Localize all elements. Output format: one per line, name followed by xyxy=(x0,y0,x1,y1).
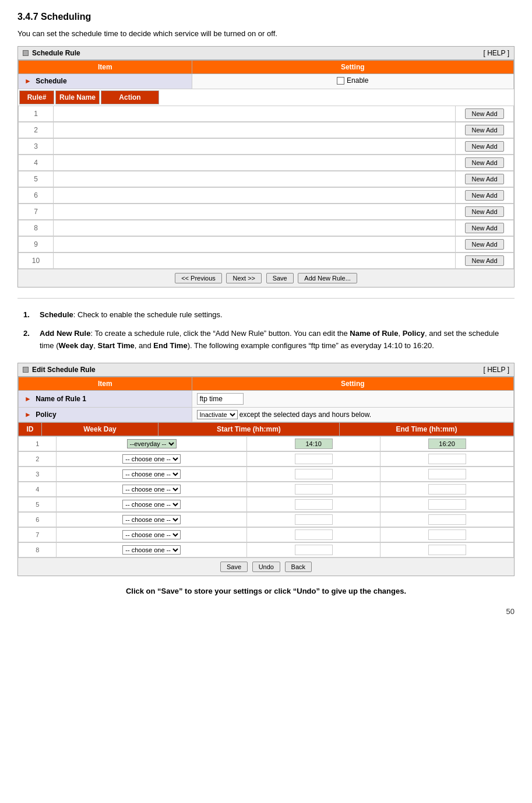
policy-select[interactable]: Inactivate Activate xyxy=(197,410,238,419)
end-time-input[interactable] xyxy=(428,514,466,525)
detail-start-time-cell xyxy=(247,436,380,451)
detail-id-cell: 3 xyxy=(19,467,57,481)
detail-start-time-cell xyxy=(247,451,380,466)
edit-schedule-rule-table: Edit Schedule Rule [ HELP ] Item Setting… xyxy=(17,363,515,576)
schedule-detail-row: 1--everyday -- xyxy=(18,436,514,451)
section-heading: 3.4.7 Scheduling xyxy=(17,12,515,22)
end-time-input[interactable] xyxy=(428,530,466,540)
detail-end-time-cell xyxy=(380,482,514,496)
choose-one-select[interactable]: -- choose one -- xyxy=(122,454,181,464)
table-row: 1New Add xyxy=(19,106,514,121)
end-time-input[interactable] xyxy=(428,439,466,449)
edit-col-item: Item xyxy=(19,377,192,390)
rule-table-row: 10New Add xyxy=(18,253,514,269)
edit-undo-button[interactable]: Undo xyxy=(252,562,280,572)
new-add-button[interactable]: New Add xyxy=(465,255,503,266)
end-time-input[interactable] xyxy=(428,469,466,479)
edit-rule-help-link[interactable]: [ HELP ] xyxy=(484,366,509,374)
new-add-button[interactable]: New Add xyxy=(465,239,503,250)
start-time-input[interactable] xyxy=(295,514,333,525)
end-time-input[interactable] xyxy=(428,545,466,555)
edit-footer: Save Undo Back xyxy=(18,557,514,576)
detail-id-cell: 5 xyxy=(19,497,57,511)
choose-one-select[interactable]: -- choose one -- xyxy=(122,515,181,524)
rule-number-cell: 2 xyxy=(19,122,54,138)
detail-id-cell: 2 xyxy=(19,451,57,466)
edit-rule-title: Edit Schedule Rule xyxy=(23,366,96,374)
table-row: 10New Add xyxy=(19,253,514,268)
rule-number-cell: 5 xyxy=(19,171,54,187)
new-add-button[interactable]: New Add xyxy=(465,157,503,168)
table-row: 9New Add xyxy=(19,236,514,252)
new-add-button[interactable]: New Add xyxy=(465,190,503,201)
detail-end-time-cell xyxy=(380,512,514,527)
rule-action-cell: New Add xyxy=(456,220,514,236)
next-button[interactable]: Next >> xyxy=(226,273,262,283)
instr2-policy: Policy xyxy=(403,329,425,338)
new-add-button[interactable]: New Add xyxy=(465,206,503,217)
edit-back-button[interactable]: Back xyxy=(285,562,312,572)
detail-start-time-cell xyxy=(247,512,380,527)
schedule-detail-table: ID Week Day Start Time (hh:mm) End Time … xyxy=(18,422,514,436)
enable-checkbox[interactable] xyxy=(337,77,344,85)
detail-rows: 1--everyday --2-- choose one --3-- choos… xyxy=(18,436,514,557)
detail-id-cell: 4 xyxy=(19,482,57,496)
table-row: 6New Add xyxy=(19,187,514,203)
schedule-rule-item-table: Item Setting ► Schedule Enable xyxy=(18,60,514,89)
detail-id-cell: 7 xyxy=(19,527,57,542)
previous-button[interactable]: << Previous xyxy=(175,273,222,283)
detail-end-time-cell xyxy=(380,451,514,466)
save-button[interactable]: Save xyxy=(266,273,294,283)
schedule-detail-row: 3-- choose one -- xyxy=(18,467,514,482)
new-add-button[interactable]: New Add xyxy=(465,141,503,152)
rule-name-cell xyxy=(54,106,456,121)
rule-number-cell: 10 xyxy=(19,253,54,268)
schedule-detail-row: 5-- choose one -- xyxy=(18,497,514,512)
new-add-button[interactable]: New Add xyxy=(465,125,503,135)
add-new-rule-button[interactable]: Add New Rule... xyxy=(298,273,357,283)
choose-one-select[interactable]: -- choose one -- xyxy=(122,530,181,539)
schedule-detail-row: 7-- choose one -- xyxy=(18,527,514,542)
schedule-detail-row: 6-- choose one -- xyxy=(18,512,514,527)
detail-day-cell: --everyday -- xyxy=(57,436,247,451)
detail-id-cell: 8 xyxy=(19,542,57,557)
choose-one-select[interactable]: -- choose one -- xyxy=(122,500,181,509)
start-time-input[interactable] xyxy=(295,484,333,495)
start-time-input[interactable] xyxy=(295,499,333,510)
instruction-2-term: Add New Rule xyxy=(40,329,90,338)
start-time-input[interactable] xyxy=(295,469,333,479)
enable-checkbox-wrap[interactable]: Enable xyxy=(337,76,368,85)
start-time-input[interactable] xyxy=(295,530,333,540)
detail-end-time-header: End Time (hh:mm) xyxy=(339,422,513,436)
edit-save-button[interactable]: Save xyxy=(220,562,248,572)
new-add-button[interactable]: New Add xyxy=(465,108,503,119)
detail-start-time-cell xyxy=(247,527,380,542)
rule-name-cell xyxy=(54,204,456,219)
everyday-select[interactable]: --everyday -- xyxy=(127,439,177,448)
schedule-rule-help-link[interactable]: [ HELP ] xyxy=(484,49,509,57)
choose-one-select[interactable]: -- choose one -- xyxy=(122,545,181,555)
rule-action-cell: New Add xyxy=(456,106,514,121)
start-time-input[interactable] xyxy=(295,545,333,555)
rule-number-cell: 1 xyxy=(19,106,54,121)
table-row: 3New Add xyxy=(19,138,514,154)
instr2-end-time: End Time xyxy=(153,341,187,350)
end-time-input[interactable] xyxy=(428,484,466,495)
table-row: 4New Add xyxy=(19,155,514,170)
choose-one-select[interactable]: -- choose one -- xyxy=(122,485,181,494)
instructions-list: Schedule: Check to enable the schedule r… xyxy=(23,309,509,352)
edit-name-value-cell xyxy=(192,390,514,407)
rule-name-cell xyxy=(54,220,456,236)
new-add-button[interactable]: New Add xyxy=(465,223,503,233)
name-of-rule-input[interactable] xyxy=(197,393,244,405)
end-time-input[interactable] xyxy=(428,454,466,464)
table-row: 8New Add xyxy=(19,220,514,236)
start-time-input[interactable] xyxy=(295,454,333,464)
choose-one-select[interactable]: -- choose one -- xyxy=(122,469,181,479)
policy-arrow-icon: ► xyxy=(24,411,31,419)
start-time-input[interactable] xyxy=(295,439,333,449)
end-time-input[interactable] xyxy=(428,499,466,510)
rule-table-row: 2New Add xyxy=(18,122,514,138)
schedule-arrow-icon: ► xyxy=(24,77,31,85)
new-add-button[interactable]: New Add xyxy=(465,174,503,184)
